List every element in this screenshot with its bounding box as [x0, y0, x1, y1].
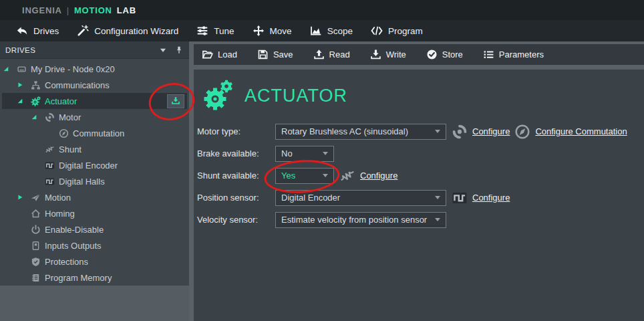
shield-icon: [31, 257, 45, 267]
form-row-motor-type: Motor type:Rotary Brushless AC (sinusoid…: [194, 120, 644, 142]
link-group: Configure: [452, 190, 510, 206]
tree-item-label: Shunt: [59, 144, 82, 154]
tree-item-program-memory[interactable]: Program Memory: [2, 270, 187, 286]
section-header: ACTUATOR: [194, 70, 644, 114]
list-icon: [483, 49, 494, 60]
configure-link[interactable]: Configure: [360, 171, 397, 181]
tree-item-label: Digital Halls: [59, 177, 105, 187]
tree-item-label: Homing: [45, 209, 75, 219]
tree-item-enable-disable[interactable]: Enable-Disable: [2, 221, 187, 237]
tree-item-homing[interactable]: Homing: [2, 205, 187, 221]
menu-item-label: Program: [388, 26, 423, 36]
brand: INGENIA | MOTION LAB: [6, 5, 136, 16]
arrow-spacer: [17, 257, 31, 265]
selected-value: Estimate velocity from position sensor: [281, 215, 431, 225]
arrow-spacer: [31, 161, 45, 169]
menu-item-label: Tune: [214, 26, 234, 36]
compass-icon: [514, 124, 530, 140]
drives-panel: DRIVES My Drive - Node 0x20Communication…: [0, 41, 189, 321]
brand-suffix: LAB: [117, 5, 136, 15]
action-label: Parameters: [499, 49, 544, 60]
expanded-arrow-icon[interactable]: [17, 97, 31, 105]
form-row-shunt-available: Shunt available:YesConfigure: [194, 165, 644, 187]
select-caret-icon: [435, 218, 440, 221]
field-label: Position sensor:: [197, 193, 275, 203]
tree-item-label: Inputs Outputs: [45, 241, 102, 251]
action-write-button[interactable]: Write: [370, 49, 406, 60]
selected-value: No: [281, 148, 319, 158]
download-tray-icon: [370, 49, 381, 60]
action-label: Save: [273, 49, 293, 60]
pin-icon[interactable]: [174, 45, 184, 55]
configure-link[interactable]: Configure: [472, 126, 510, 136]
select-caret-icon: [323, 174, 328, 177]
menu-item-scope[interactable]: Scope: [310, 25, 353, 37]
link-group: ConfigureConfigure Commutation: [452, 124, 627, 140]
collapsed-arrow-icon[interactable]: [17, 193, 31, 201]
gear-icon: [31, 96, 45, 106]
brand-separator: |: [67, 5, 69, 15]
tree-item-label: My Drive - Node 0x20: [31, 64, 115, 74]
code-icon: [371, 25, 383, 37]
drives-panel-header: DRIVES: [0, 41, 189, 59]
arrow-spacer: [17, 274, 31, 282]
config-action-bar: LoadSaveReadWriteStoreParameters: [194, 44, 644, 65]
menu-item-program[interactable]: Program: [371, 25, 423, 37]
house-icon: [31, 209, 45, 219]
tree-item-protections[interactable]: Protections: [2, 253, 187, 270]
tree-item-my-drive-node-0x20[interactable]: My Drive - Node 0x20: [2, 61, 187, 77]
app-title-bar: INGENIA | MOTION LAB: [0, 0, 644, 20]
tree-item-inputs-outputs[interactable]: Inputs Outputs: [2, 237, 187, 253]
tree-item-label: Protections: [45, 257, 88, 267]
select-caret-icon: [435, 130, 440, 133]
arrow-spacer: [17, 241, 31, 249]
arrow-spacer: [17, 209, 31, 217]
action-save-button[interactable]: Save: [257, 49, 293, 60]
field-label: Brake available:: [197, 148, 275, 158]
action-parameters-button[interactable]: Parameters: [483, 49, 544, 60]
collapsed-arrow-icon[interactable]: [17, 81, 31, 89]
selected-value: Yes: [281, 171, 319, 181]
configure-commutation-link[interactable]: Configure Commutation: [535, 126, 627, 136]
expanded-arrow-icon[interactable]: [31, 113, 45, 121]
move-cross-icon: [253, 25, 265, 37]
tree-item-digital-halls[interactable]: Digital Halls: [2, 173, 187, 189]
tree-item-communications[interactable]: Communications: [2, 77, 187, 93]
chart-icon: [310, 25, 322, 37]
tree-item-motion[interactable]: Motion: [2, 189, 187, 205]
tree-item-commutation[interactable]: Commutation: [2, 125, 187, 141]
tree-item-actuator[interactable]: Actuator: [2, 93, 187, 109]
field-label: Velocity sensor:: [197, 215, 275, 225]
menu-item-configuration-wizard[interactable]: Configuration Wizard: [77, 25, 178, 37]
brake-available-select[interactable]: No: [275, 146, 334, 162]
action-load-button[interactable]: Load: [202, 49, 237, 60]
configure-link[interactable]: Configure: [472, 193, 510, 203]
ingenia-logo-icon: [6, 5, 17, 16]
select-caret-icon: [435, 196, 440, 199]
check-circle-icon: [426, 49, 438, 60]
menu-item-label: Configuration Wizard: [94, 26, 178, 36]
tree-item-motor[interactable]: Motor: [2, 109, 187, 125]
dropdown-caret-icon[interactable]: [158, 45, 168, 55]
expanded-arrow-icon[interactable]: [3, 65, 17, 73]
velocity-sensor-select[interactable]: Estimate velocity from position sensor: [275, 212, 446, 228]
position-sensor-select[interactable]: Digital Encoder: [275, 190, 446, 206]
upload-tray-icon: [313, 49, 325, 60]
tree-item-shunt[interactable]: Shunt: [2, 141, 187, 157]
shunt-available-select[interactable]: Yes: [275, 168, 334, 184]
menu-item-drives[interactable]: Drives: [16, 25, 59, 37]
motor-icon: [45, 112, 59, 122]
download-button[interactable]: [167, 94, 184, 108]
action-read-button[interactable]: Read: [313, 49, 350, 60]
motor-type-select[interactable]: Rotary Brushless AC (sinusoidal): [275, 124, 446, 140]
gears-icon: [200, 78, 235, 113]
tree-item-digital-encoder[interactable]: Digital Encoder: [2, 157, 187, 173]
action-store-button[interactable]: Store: [426, 49, 463, 60]
menu-item-move[interactable]: Move: [253, 25, 292, 37]
select-caret-icon: [323, 152, 328, 155]
main-menu-bar: DrivesConfiguration WizardTuneMoveScopeP…: [0, 20, 644, 41]
menu-item-tune[interactable]: Tune: [196, 25, 234, 37]
motor-icon: [452, 124, 468, 140]
resistor-icon: [339, 168, 355, 184]
tree-item-label: Communications: [45, 80, 110, 90]
